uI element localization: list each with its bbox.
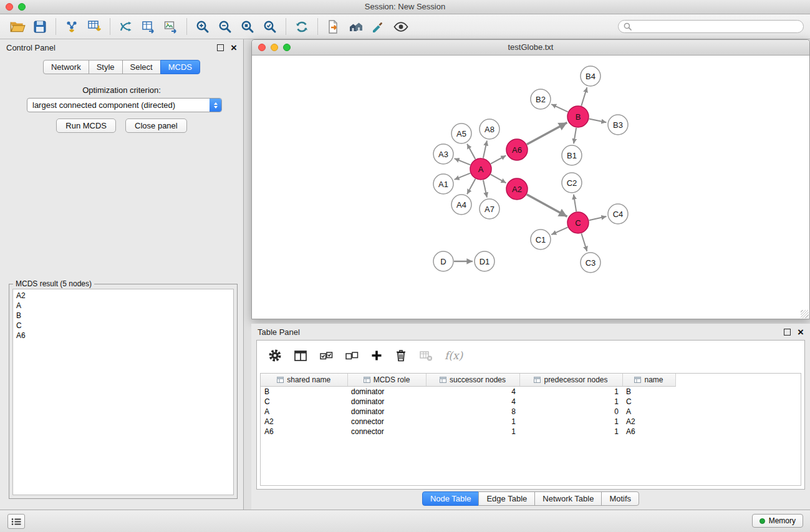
node-C2[interactable]: C2 bbox=[562, 173, 582, 193]
cell[interactable]: A6 bbox=[261, 427, 347, 437]
cell[interactable]: 1 bbox=[519, 427, 622, 437]
zoom-fit-icon[interactable] bbox=[236, 16, 259, 37]
edge-A-A7[interactable] bbox=[483, 180, 487, 198]
result-item[interactable]: A2 bbox=[16, 291, 230, 301]
show-columns-icon[interactable] bbox=[294, 349, 307, 362]
edge-B-B2[interactable] bbox=[551, 104, 567, 112]
node-B4[interactable]: B4 bbox=[581, 66, 600, 86]
node-B2[interactable]: B2 bbox=[531, 89, 551, 109]
close-table-panel-icon[interactable]: × bbox=[798, 327, 804, 337]
cell[interactable]: A2 bbox=[261, 417, 347, 427]
tab-edge-table[interactable]: Edge Table bbox=[478, 491, 535, 506]
close-panel-icon[interactable]: × bbox=[231, 42, 237, 53]
edge-C-C2[interactable] bbox=[574, 195, 576, 211]
edge-C-C1[interactable] bbox=[551, 227, 567, 235]
close-panel-button[interactable]: Close panel bbox=[125, 118, 187, 133]
cell[interactable]: 1 bbox=[426, 427, 519, 437]
cell[interactable]: C bbox=[622, 397, 675, 407]
export-image-icon[interactable] bbox=[160, 16, 182, 37]
network-canvas[interactable]: AA2A6BCA1A3A4A5A7A8B1B2B3B4C1C2C3C4DD1 bbox=[253, 56, 809, 318]
save-session-icon[interactable] bbox=[29, 16, 51, 37]
resize-grip[interactable] bbox=[801, 310, 809, 318]
table-settings-icon[interactable] bbox=[268, 349, 282, 362]
edge-C-C3[interactable] bbox=[581, 233, 587, 251]
node-A7[interactable]: A7 bbox=[480, 199, 499, 219]
select-all-rows-icon[interactable] bbox=[319, 349, 333, 362]
node-A1[interactable]: A1 bbox=[433, 174, 453, 194]
edge-C-C4[interactable] bbox=[589, 216, 607, 220]
cell[interactable]: 0 bbox=[519, 407, 622, 417]
edge-A-A8[interactable] bbox=[483, 141, 487, 158]
new-network-icon[interactable] bbox=[115, 16, 137, 37]
cell[interactable]: B bbox=[622, 387, 675, 397]
edge-A-A3[interactable] bbox=[455, 158, 471, 165]
result-item[interactable]: B bbox=[16, 311, 230, 321]
run-mcds-button[interactable]: Run MCDS bbox=[56, 118, 116, 133]
tab-style[interactable]: Style bbox=[89, 60, 123, 74]
import-network-icon[interactable] bbox=[60, 16, 83, 37]
cell[interactable]: C bbox=[261, 397, 347, 407]
tab-network[interactable]: Network bbox=[43, 60, 89, 74]
dropdown-stepper-icon[interactable] bbox=[210, 99, 221, 112]
export-network-icon[interactable] bbox=[322, 16, 345, 37]
apply-style-icon[interactable] bbox=[367, 16, 390, 37]
cell[interactable]: dominator bbox=[347, 387, 426, 397]
cell[interactable]: 1 bbox=[519, 387, 622, 397]
edge-A-A2[interactable] bbox=[491, 175, 506, 183]
cell[interactable]: A2 bbox=[622, 417, 675, 427]
open-session-icon[interactable] bbox=[6, 16, 29, 37]
node-table-scroll[interactable]: shared nameMCDS rolesuccessor nodesprede… bbox=[260, 373, 801, 486]
minimize-network-window-icon[interactable] bbox=[271, 44, 278, 51]
table-row[interactable]: Cdominator41C bbox=[261, 397, 675, 407]
show-panels-button[interactable] bbox=[7, 514, 25, 529]
zoom-out-icon[interactable] bbox=[214, 16, 236, 37]
edge-A-A6[interactable] bbox=[491, 155, 506, 163]
table-row[interactable]: A6connector11A6 bbox=[261, 427, 675, 437]
edge-A6-B[interactable] bbox=[527, 123, 567, 145]
edge-A2-C[interactable] bbox=[527, 195, 567, 217]
cell[interactable]: A6 bbox=[622, 427, 675, 437]
node-B1[interactable]: B1 bbox=[562, 145, 582, 165]
zoom-window-icon[interactable] bbox=[18, 3, 26, 11]
cell[interactable]: 4 bbox=[426, 387, 519, 397]
table-row[interactable]: A2connector11A2 bbox=[261, 417, 675, 427]
network-overview-icon[interactable] bbox=[345, 16, 367, 37]
edge-B-B1[interactable] bbox=[574, 128, 576, 143]
result-item[interactable]: A bbox=[16, 301, 230, 311]
cell[interactable]: dominator bbox=[347, 407, 426, 417]
float-table-panel-icon[interactable] bbox=[784, 329, 791, 336]
search-input[interactable] bbox=[635, 22, 798, 32]
close-network-window-icon[interactable] bbox=[258, 44, 266, 51]
node-A6[interactable]: A6 bbox=[506, 139, 528, 160]
edge-B-B3[interactable] bbox=[589, 119, 607, 123]
column-header-shared-name[interactable]: shared name bbox=[261, 374, 347, 387]
new-table-icon[interactable] bbox=[137, 16, 160, 37]
node-C3[interactable]: C3 bbox=[581, 253, 600, 273]
column-header-successor-nodes[interactable]: successor nodes bbox=[426, 374, 519, 387]
tab-network-table[interactable]: Network Table bbox=[534, 491, 602, 506]
table-row[interactable]: Bdominator41B bbox=[261, 387, 675, 397]
node-A[interactable]: A bbox=[470, 158, 491, 180]
node-B[interactable]: B bbox=[567, 106, 589, 127]
node-C4[interactable]: C4 bbox=[608, 204, 628, 224]
node-D1[interactable]: D1 bbox=[475, 251, 494, 271]
column-header-predecessor-nodes[interactable]: predecessor nodes bbox=[519, 374, 622, 387]
node-B3[interactable]: B3 bbox=[608, 115, 628, 135]
node-A4[interactable]: A4 bbox=[451, 195, 471, 215]
node-A5[interactable]: A5 bbox=[451, 123, 471, 143]
cell[interactable]: 1 bbox=[426, 417, 519, 427]
cell[interactable]: 1 bbox=[519, 397, 622, 407]
refresh-view-icon[interactable] bbox=[291, 16, 313, 37]
cell[interactable]: 1 bbox=[519, 417, 622, 427]
zoom-in-icon[interactable] bbox=[191, 16, 214, 37]
cell[interactable]: 8 bbox=[426, 407, 519, 417]
edge-A-A1[interactable] bbox=[455, 173, 471, 180]
column-header-MCDS-role[interactable]: MCDS role bbox=[347, 374, 426, 387]
edge-A-A4[interactable] bbox=[467, 179, 475, 194]
delete-row-icon[interactable] bbox=[395, 349, 407, 362]
cell[interactable]: B bbox=[261, 387, 347, 397]
zoom-network-window-icon[interactable] bbox=[283, 44, 291, 51]
zoom-selected-icon[interactable] bbox=[259, 16, 281, 37]
import-table-icon[interactable] bbox=[83, 16, 105, 37]
node-C1[interactable]: C1 bbox=[531, 230, 551, 249]
